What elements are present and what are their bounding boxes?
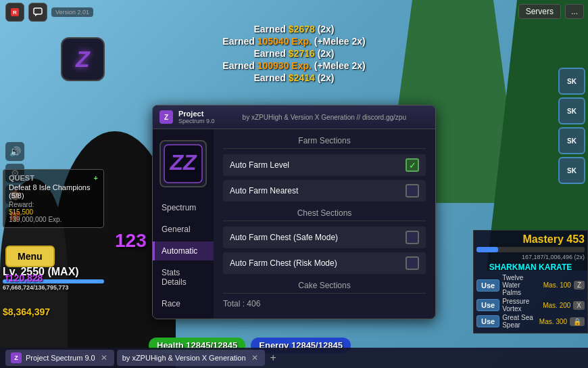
taskbar-plus-button[interactable]: + <box>268 352 279 364</box>
quest-panel: QUEST + Defeat 8 Isle Champions (5/8) Re… <box>3 169 104 228</box>
skill-mas-1: Mas. 100 <box>543 281 571 289</box>
auto-farm-chest-risk-label: Auto Farm Chest (Risk Mode) <box>230 258 337 268</box>
skill-icon-1[interactable]: SK <box>558 68 585 95</box>
farm-row-chest-risk: Auto Farm Chest (Risk Mode) <box>223 252 426 274</box>
fragment-currency: f120,828 <box>5 273 43 283</box>
use-button-2[interactable]: Use <box>476 299 499 311</box>
skill-icon-4[interactable]: SK <box>558 157 585 184</box>
top-right-controls: Servers ... <box>518 4 584 19</box>
nav-item-automatic[interactable]: Automatic <box>153 242 214 260</box>
auto-farm-nearest-checkbox[interactable] <box>406 184 419 198</box>
use-button-3[interactable]: Use <box>476 315 499 327</box>
mastery-multiplier: (2x) <box>574 254 585 260</box>
skill-name-1: Twelve Water Palms <box>502 274 541 296</box>
purple-damage-number: 123 <box>115 230 147 252</box>
farm-row-chest-safe: Auto Farm Chest (Safe Mode) <box>223 227 426 248</box>
quest-reward: Reward: $15,500 139,000,000 Exp. <box>9 201 98 223</box>
earned-line-4: Earned 100930 Exp. (+Melee 2x) <box>222 60 365 71</box>
window-large-logo: ZZ <box>160 140 207 187</box>
chest-sections-title: Chest Sections <box>223 208 426 221</box>
taskbar: Z Project Spectrum 9.0 ✕ by xZPUHigh & V… <box>0 348 588 368</box>
quest-label: QUEST <box>9 174 34 182</box>
quest-plus[interactable]: + <box>94 174 98 182</box>
svg-text:R: R <box>13 9 17 16</box>
taskbar-app-name: Project Spectrum 9.0 <box>26 354 95 362</box>
svg-rect-2 <box>34 8 42 14</box>
level-values: 67,668,724/136,795,773 <box>3 284 104 291</box>
window-content: Farm Sections Auto Farm Level Auto Farm … <box>214 129 435 319</box>
auto-farm-level-label: Auto Farm Level <box>230 160 289 170</box>
window-app-info: Project Spectrum 9.0 <box>178 110 215 124</box>
mastery-panel: Mastery 453 167,187/1,006,496 (2x) SHARK… <box>473 230 588 334</box>
skill-mas-2: Mas. 200 <box>543 302 570 309</box>
auto-farm-level-checkbox[interactable] <box>406 158 419 172</box>
mastery-bar-fill <box>476 247 498 252</box>
quest-header: QUEST + <box>9 174 98 182</box>
app-logo-letter: Z <box>76 46 90 72</box>
zz-logo-svg: ZZ <box>164 144 203 183</box>
nav-item-race[interactable]: Race <box>153 294 214 313</box>
skill-mas-3: Mas. 300 <box>539 318 567 325</box>
reward-label: Reward: <box>9 201 34 208</box>
skill-row-2: Use Pressure Vortex Mas. 200 X <box>476 298 585 313</box>
svg-text:ZZ: ZZ <box>169 150 197 175</box>
taskbar-author-close[interactable]: ✕ <box>250 353 260 363</box>
auto-farm-nearest-label: Auto Farm Nearest <box>230 186 298 196</box>
skill-icon-2[interactable]: SK <box>558 97 585 124</box>
skill-key-2: X <box>573 301 585 310</box>
earned-exp-4: 100930 Exp. <box>258 60 312 71</box>
top-bar: R Version 2.01 <box>0 0 588 24</box>
earned-amount-3: $2716 <box>289 48 315 59</box>
auto-farm-chest-safe-label: Auto Farm Chest (Safe Mode) <box>230 233 338 242</box>
farm-sections-title: Farm Sections <box>223 136 426 149</box>
right-skill-icons: SK SK SK SK <box>558 68 585 184</box>
nav-item-general[interactable]: General <box>153 220 214 239</box>
auto-farm-chest-safe-checkbox[interactable] <box>406 231 419 244</box>
earned-line-1: Earned $2678 (2x) <box>253 24 334 34</box>
mastery-progress-bar <box>476 247 585 252</box>
skill-row-1: Use Twelve Water Palms Mas. 100 Z <box>476 274 585 296</box>
skill-key-3: 🔒 <box>570 317 585 326</box>
currency-display: f120,828 $8,364,397 <box>3 306 50 317</box>
earned-line-2: Earned 105040 Exp. (+Melee 2x) <box>222 36 365 47</box>
earned-amount-1: $2678 <box>289 24 315 34</box>
farm-row-level: Auto Farm Level <box>223 154 426 176</box>
chat-icon[interactable] <box>28 3 47 22</box>
total-count: Total : 406 <box>223 299 426 308</box>
mastery-max: 1,006,496 <box>545 254 572 260</box>
beli-currency: $8,364,397 <box>3 306 50 317</box>
mastery-title: Mastery 453 <box>476 233 585 246</box>
taskbar-author-item: by xZPUHigh & Version X Generation ✕ <box>117 350 265 366</box>
nav-item-spectrum[interactable]: Spectrum <box>153 198 214 217</box>
cake-sections-title: Cake Sections <box>223 281 426 294</box>
roblox-icon: R <box>5 3 24 22</box>
window-body: ZZ Spectrum General Automatic Stats Deta… <box>153 129 435 319</box>
nav-item-stats[interactable]: Stats Details <box>153 263 214 292</box>
window-logo-icon: Z <box>160 110 173 124</box>
servers-button[interactable]: Servers <box>518 4 561 19</box>
mastery-current: 167,187 <box>522 254 544 260</box>
use-button-1[interactable]: Use <box>476 279 499 292</box>
taskbar-app-item[interactable]: Z Project Spectrum 9.0 ✕ <box>5 350 114 366</box>
app-icon-large: Z <box>61 37 105 81</box>
taskbar-author-text: by xZPUHigh & Version X Generation <box>122 354 246 362</box>
auto-farm-chest-risk-checkbox[interactable] <box>406 256 419 270</box>
farm-row-nearest: Auto Farm Nearest <box>223 180 426 202</box>
window-app-sub: Spectrum 9.0 <box>178 118 215 124</box>
more-button[interactable]: ... <box>565 4 584 19</box>
quest-beli: $15,500 <box>9 208 33 216</box>
earned-notifications: Earned $2678 (2x) Earned 105040 Exp. (+M… <box>222 24 365 83</box>
quest-exp: 139,000,000 Exp. <box>9 216 62 223</box>
sound-icon[interactable]: 🔊 <box>5 142 24 161</box>
earned-line-5: Earned $2414 (2x) <box>253 72 334 83</box>
skill-name-3: Great Sea Spear <box>502 314 537 329</box>
earned-amount-5: $2414 <box>289 72 315 83</box>
earned-line-3: Earned $2716 (2x) <box>253 48 334 59</box>
taskbar-close-button[interactable]: ✕ <box>99 353 109 363</box>
skill-icon-3[interactable]: SK <box>558 127 585 154</box>
earned-exp-2: 105040 Exp. <box>258 36 312 47</box>
skill-row-3: Use Great Sea Spear Mas. 300 🔒 <box>476 314 585 329</box>
window-app-name: Project <box>178 110 215 118</box>
menu-button[interactable]: Menu <box>5 246 55 267</box>
quest-title: Defeat 8 Isle Champions (5/8) <box>9 183 98 200</box>
